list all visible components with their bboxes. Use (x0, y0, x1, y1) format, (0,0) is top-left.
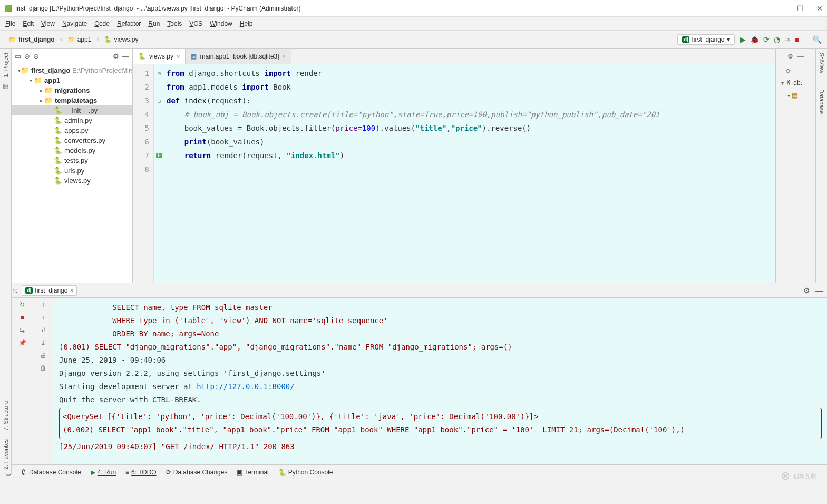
tree-file-models-py[interactable]: 🐍models.py (12, 146, 132, 156)
editor-body[interactable]: 12345678 ⊟⊟H from django.shortcuts impor… (133, 64, 775, 283)
db-node[interactable]: ▾🛢 db. (779, 78, 812, 88)
breadcrumb-file[interactable]: 🐍views.py (101, 35, 141, 44)
right-tool-rail: SciView Database (815, 49, 827, 283)
close-icon[interactable]: × (70, 287, 73, 294)
python-file-icon: 🐍 (104, 36, 112, 43)
editor-tab[interactable]: 🐍views.py× (133, 49, 186, 64)
stop-button[interactable]: ■ (20, 314, 24, 321)
menu-vcs[interactable]: VCS (189, 20, 202, 27)
terminal-tool-button[interactable]: ▣ Terminal (237, 469, 268, 476)
chevron-right-icon: › (60, 36, 62, 43)
menu-refactor[interactable]: Refactor (117, 20, 141, 27)
left-lower-rail: 7: Structure 2: Favorites (0, 269, 12, 474)
collapse-icon[interactable]: ⊕ (24, 52, 30, 60)
expand-icon[interactable]: ⊖ (33, 52, 39, 60)
menu-help[interactable]: Help (240, 20, 253, 27)
django-icon: dj (682, 36, 689, 43)
tree-file-views-py[interactable]: 🐍views.py (12, 176, 132, 186)
database-tool-button[interactable]: Database (819, 89, 825, 114)
menu-edit[interactable]: Edit (23, 20, 34, 27)
gear-icon[interactable]: ⚙ (113, 52, 119, 60)
rerun-button[interactable]: ↻ (20, 301, 25, 308)
server-url-link[interactable]: http://127.0.0.1:8000/ (197, 382, 294, 391)
tree-app1[interactable]: ▾📁app1 (12, 75, 132, 85)
maximize-button[interactable]: ☐ (797, 4, 804, 13)
menu-view[interactable]: View (41, 20, 55, 27)
menu-run[interactable]: Run (148, 20, 160, 27)
search-everywhere-button[interactable]: 🔍 (813, 35, 822, 44)
db-schema-node[interactable]: ▾▦ (779, 91, 812, 100)
menu-window[interactable]: Window (210, 20, 232, 27)
watermark: ⊗创新互联 (781, 469, 816, 483)
close-button[interactable]: ✕ (816, 4, 823, 13)
flatten-icon[interactable]: ▭ (15, 52, 21, 60)
debug-button[interactable]: 🐞 (750, 35, 759, 44)
menu-code[interactable]: Code (94, 20, 110, 27)
favorites-tool-button[interactable]: 2: Favorites (3, 439, 9, 469)
down-stack-button[interactable]: ↓ (42, 314, 45, 321)
hide-icon[interactable]: — (815, 286, 823, 295)
print-button[interactable]: 🖨 (40, 352, 46, 359)
close-icon[interactable]: × (177, 53, 180, 60)
toggle-softwrap-button[interactable]: ⇆ (20, 326, 25, 334)
editor-tab[interactable]: ▦main.app1_book [db.sqlite3]× (186, 49, 291, 64)
breadcrumb-root[interactable]: 📁first_django (5, 35, 58, 44)
stop-button[interactable]: ■ (795, 35, 799, 44)
tree-file-admin-py[interactable]: 🐍admin.py (12, 115, 132, 125)
project-toolbar: ▭ ⊕ ⊖ ⚙ — (12, 49, 132, 64)
fold-column[interactable]: ⊟⊟H (154, 64, 164, 283)
attach-button[interactable]: ⇥ (784, 35, 791, 44)
python-console-button[interactable]: 🐍 Python Console (278, 469, 333, 476)
database-console-button[interactable]: 🛢 Database Console (21, 469, 81, 476)
chevron-down-icon: ▾ (727, 36, 730, 43)
project-tool-button[interactable]: 1: Project (3, 53, 9, 77)
statusbar: ▢ 🛢 Database Console ▶ 4: Run ≡ 6: TODO … (0, 464, 827, 479)
sciview-tool-button[interactable]: SciView (819, 53, 825, 73)
menu-file[interactable]: File (5, 20, 15, 27)
tree-file-tests-py[interactable]: 🐍tests.py (12, 156, 132, 166)
folder-rail-icon[interactable]: ▦ (3, 82, 8, 90)
scroll-end-button[interactable]: ⤓ (41, 339, 46, 346)
pin-button[interactable]: 📌 (18, 339, 26, 346)
todo-tool-button[interactable]: ≡ 6: TODO (125, 469, 157, 476)
add-datasource-button[interactable]: + (779, 67, 783, 75)
clear-button[interactable]: 🗑 (40, 364, 46, 372)
left-tool-rail: 1: Project ▦ (0, 49, 12, 283)
run-button[interactable]: ▶ (740, 35, 746, 44)
pycharm-icon: 🟩 (4, 5, 12, 12)
structure-tool-button[interactable]: 7: Structure (3, 401, 9, 431)
run-body: ↻ ■ ⇆ 📌 ↑ ↓ ↲ ⤓ 🖨 🗑 SELECT name, type FR… (0, 298, 827, 464)
tree-file-__init__-py[interactable]: 🐍__init__.py (12, 105, 132, 115)
minimize-button[interactable]: — (777, 4, 784, 13)
tree-file-urls-py[interactable]: 🐍urls.py (12, 166, 132, 176)
tree-file-converters-py[interactable]: 🐍converters.py (12, 135, 132, 146)
run-tab[interactable]: dj first_django × (22, 285, 77, 296)
coverage-button[interactable]: ⟳ (763, 35, 770, 44)
profile-button[interactable]: ◔ (774, 35, 780, 44)
run-tab-label: first_django (35, 287, 67, 294)
hide-icon[interactable]: — (797, 53, 804, 60)
code-editor[interactable]: from django.shortcuts import renderfrom … (164, 64, 775, 283)
softwrap-icon[interactable]: ↲ (41, 326, 46, 334)
tree-migrations[interactable]: ▸📁migrations (12, 85, 132, 95)
run-config-label: first_django (692, 36, 724, 43)
run-configuration-selector[interactable]: dj first_django ▾ (677, 34, 734, 45)
tree-file-apps-py[interactable]: 🐍apps.py (12, 125, 132, 135)
database-tool-panel: ⚙ — + ⟳ ▾🛢 db. ▾▦ (775, 49, 815, 283)
breadcrumb-app1[interactable]: 📁app1 (64, 35, 95, 44)
gear-icon[interactable]: ⚙ (803, 286, 810, 295)
project-tree[interactable]: ▾📁first_django E:\PythonProject\first_dj… (12, 64, 132, 283)
tree-root[interactable]: ▾📁first_django E:\PythonProject\first_dj… (12, 65, 132, 75)
titlebar: 🟩 first_django [E:\PythonProject\first_d… (0, 0, 827, 17)
up-stack-button[interactable]: ↑ (42, 301, 45, 308)
run-tool-button[interactable]: ▶ 4: Run (91, 469, 116, 476)
refresh-icon[interactable]: ⟳ (786, 67, 791, 75)
menu-navigate[interactable]: Navigate (62, 20, 87, 27)
db-changes-button[interactable]: ⟳ Database Changes (166, 469, 228, 476)
hide-icon[interactable]: — (122, 52, 129, 60)
close-icon[interactable]: × (283, 53, 286, 60)
console-output[interactable]: SELECT name, type FROM sqlite_master WHE… (54, 298, 827, 464)
tree-templatetags[interactable]: ▸📁templatetags (12, 95, 132, 105)
gear-icon[interactable]: ⚙ (787, 53, 793, 60)
menu-tools[interactable]: Tools (167, 20, 182, 27)
